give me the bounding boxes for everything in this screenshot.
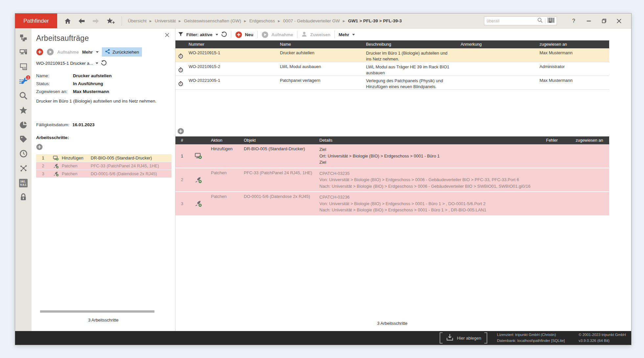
add-workorder-button[interactable] [36, 48, 43, 56]
play-icon[interactable] [47, 48, 54, 56]
due-date-value: 16.01.2023 [72, 122, 95, 127]
window-controls: ? [566, 15, 627, 27]
search-icon [19, 91, 28, 101]
global-search [484, 16, 557, 25]
search-divider [545, 18, 545, 24]
search-input[interactable] [487, 18, 535, 23]
breadcrumb-item[interactable]: Universität [155, 18, 176, 23]
restore-button[interactable] [596, 15, 611, 27]
table-row[interactable]: 2 Patchen PFC-33 (PatchPanel 24 RJ45, 1H… [175, 168, 609, 192]
copyright-line: © 2001-2023 tripunkt GmbH [579, 332, 626, 338]
share-icon [105, 49, 110, 55]
aufnahme-button: Aufnahme [271, 32, 293, 37]
close-panel-icon[interactable] [165, 33, 169, 38]
neu-button[interactable]: Neu [245, 32, 254, 37]
workorders-badge: 3 [26, 75, 31, 80]
sidebar-item-history[interactable] [15, 147, 32, 161]
breadcrumb-item[interactable]: Übersicht [128, 18, 147, 23]
close-button[interactable] [611, 15, 627, 27]
table-row[interactable]: WO-20210915-2 LWL Modul ausbauen LWL Mod… [175, 62, 609, 76]
statusbar: Hier ablegen Lizenziert: tripunkt GmbH (… [15, 331, 631, 345]
bracket-right [484, 332, 487, 344]
sidebar-item-hierarchy[interactable] [15, 31, 32, 46]
drop-label: Hier ablegen [457, 336, 481, 341]
pie-chart-icon [19, 121, 28, 130]
sidebar-item-workorders[interactable]: 3 [15, 75, 32, 89]
sidebar-item-favorites[interactable] [15, 104, 32, 118]
table-row[interactable]: 1 Hinzufügen DR-BIO-005 (Standard-Drucke… [175, 144, 609, 168]
mehr-button[interactable]: Mehr [82, 50, 93, 55]
step-row[interactable]: 1 Hinzufügen DR-BIO-005 (Standard-Drucke… [36, 154, 172, 162]
workorder-gauge-icon [175, 62, 186, 76]
tag-icon [19, 135, 28, 145]
table-row[interactable]: WO-20210915-1 Drucker aufstellen Drucker… [175, 48, 609, 62]
steps-count: 3 Arbeitsschritte [32, 318, 175, 322]
sidebar-item-ip-addresses[interactable]: 192.0.0.1 [15, 176, 32, 190]
search-icon[interactable] [537, 17, 543, 24]
sidebar-item-reports[interactable] [15, 118, 32, 132]
patch-cable-icon [189, 192, 208, 215]
monitor-add-icon [189, 144, 208, 168]
breadcrumb-separator-icon: ▶ [343, 19, 345, 23]
refresh-icon[interactable] [221, 31, 227, 38]
breadcrumb-item[interactable]: Erdgeschoss [249, 18, 275, 23]
table-row[interactable]: WO-20221005-1 Patchpanel verlagern Verle… [175, 76, 609, 90]
add-step-button[interactable] [177, 130, 184, 135]
add-favorite-icon[interactable] [106, 17, 115, 24]
minimize-button[interactable] [581, 15, 596, 27]
step-row[interactable]: 3 Patchen DO-0001-5/6 (Datendose 2x RJ45… [36, 170, 172, 178]
workorder-list-panel: Filter: aktive Neu Aufnahme Zuweisen Meh… [175, 29, 631, 331]
workorder-selector[interactable]: WO-20210915-1 Drucker a... [36, 60, 175, 67]
home-icon[interactable] [64, 18, 71, 24]
orders-table-header: Nummer Name Beschreibung Anmerkung zugew… [175, 40, 609, 48]
step-row[interactable]: 2 Patchen PFC-33 (PatchPanel 24 RJ45, 1H… [36, 162, 172, 170]
sidebar-item-search[interactable] [15, 89, 32, 104]
ip-address-icon: 192.0.0.1 [19, 179, 28, 187]
breadcrumb-separator-icon: ▶ [244, 19, 246, 23]
due-date-label: Fälligkeitsdatum: [36, 122, 69, 127]
chevron-down-icon [96, 51, 99, 53]
help-button[interactable]: ? [566, 15, 581, 27]
chevron-down-icon [352, 34, 355, 36]
workorder-gauge-icon [175, 48, 186, 62]
computer-icon [19, 48, 28, 58]
patch-cable-icon [50, 171, 62, 177]
sidebar-item-floorplan[interactable] [15, 60, 32, 75]
undo-icon[interactable] [101, 60, 107, 67]
patch-cable-icon [189, 168, 208, 192]
barcode-icon[interactable] [548, 18, 554, 24]
workorder-toolbar: Aufnahme Mehr Zurückziehen [36, 47, 175, 57]
person-icon [301, 31, 307, 38]
drop-zone[interactable]: Hier ablegen [440, 332, 487, 344]
add-step-button[interactable] [36, 144, 175, 152]
filter-button[interactable]: Filter: aktive [186, 32, 213, 37]
chevron-down-icon [96, 62, 98, 64]
mehr-button[interactable]: Mehr [339, 32, 349, 37]
aufnahme-button: Aufnahme [57, 50, 79, 55]
sidebar-item-tags[interactable] [15, 132, 32, 147]
orders-table: Nummer Name Beschreibung Anmerkung zugew… [175, 40, 609, 90]
clock-icon [19, 150, 28, 159]
breadcrumb-item[interactable]: 0007 - Gebäudeverteiler GW [283, 18, 340, 23]
breadcrumb: Übersicht ▶ Universität ▶ Geisteswissens… [128, 18, 402, 23]
zurueckziehen-button[interactable]: Zurückziehen [102, 47, 142, 57]
breadcrumb-separator-icon: ▶ [278, 19, 280, 23]
horizontal-scrollbar[interactable] [40, 310, 154, 313]
new-workorder-button[interactable] [235, 31, 242, 38]
back-icon[interactable] [78, 18, 85, 24]
steps-heading: Arbeitsschritte: [36, 135, 175, 140]
forward-icon[interactable] [92, 18, 99, 24]
table-row[interactable]: 3 Patchen DO-0001-5/6 (Datendose 2x RJ45… [175, 192, 609, 216]
workorder-detail-panel: Arbeitsaufträge Aufnahme Mehr Zurückzieh… [32, 29, 175, 331]
sidebar-item-security[interactable] [15, 190, 32, 205]
sidebar-item-topology[interactable] [15, 161, 32, 176]
steps-count: 3 Arbeitsschritte [175, 321, 609, 326]
field-value: Max Mustermann [73, 89, 109, 94]
topology-icon [19, 164, 28, 174]
sidebar-item-devices[interactable] [15, 46, 32, 60]
breadcrumb-item[interactable]: Geisteswissenschaften (GW) [184, 18, 241, 23]
filter-icon [178, 32, 183, 38]
license-info: Lizenziert: tripunkt GmbH (Christin) Dat… [497, 332, 565, 344]
selector-value: WO-20210915-1 Drucker a... [36, 61, 93, 66]
lock-icon [19, 193, 27, 203]
